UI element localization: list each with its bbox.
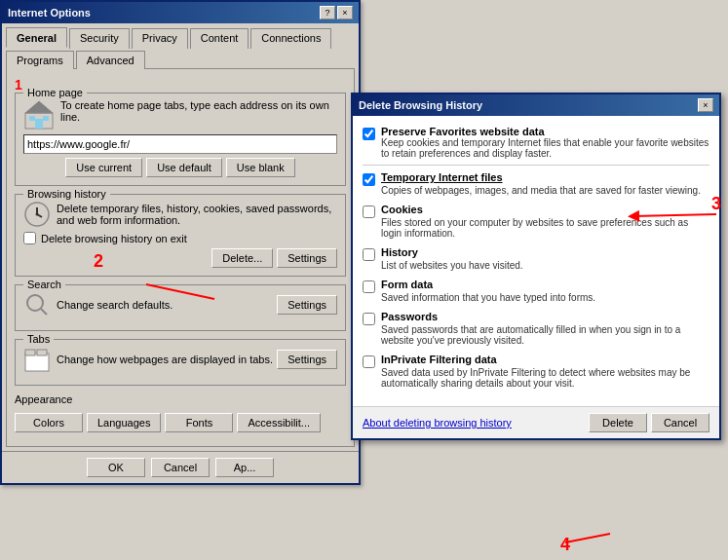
svg-line-10 (41, 309, 47, 315)
preserve-favorites-desc: Keep cookies and temporary Internet file… (381, 137, 709, 159)
dbh-title-text: Delete Browsing History (359, 99, 482, 111)
browsing-history-content: Delete temporary files, history, cookies… (23, 201, 337, 228)
ie-tab-content: 1 Home page To create home page tabs, ty… (6, 68, 355, 447)
svg-rect-2 (35, 119, 43, 129)
tabs-icon (23, 346, 51, 373)
fonts-button[interactable]: Fonts (165, 413, 233, 432)
tab-content[interactable]: Content (190, 28, 249, 49)
passwords-checkbox[interactable] (363, 313, 375, 325)
search-icon (23, 291, 51, 318)
ie-close-button[interactable]: × (337, 6, 353, 19)
temp-files-text: Temporary Internet files Copies of webpa… (381, 171, 701, 196)
use-current-button[interactable]: Use current (65, 158, 142, 177)
ie-tabs-container: General Security Privacy Content Connect… (2, 23, 359, 68)
tabs-section: Tabs Change how webpages are displayed i… (15, 339, 346, 386)
tab-privacy[interactable]: Privacy (132, 28, 188, 49)
svg-point-8 (36, 213, 39, 216)
ie-help-button[interactable]: ? (320, 6, 335, 19)
svg-rect-3 (29, 116, 35, 121)
history-title: History (381, 246, 523, 258)
use-default-button[interactable]: Use default (146, 158, 222, 177)
home-page-buttons: Use current Use default Use blank (23, 158, 337, 177)
internet-options-window: Internet Options ? × General Security Pr… (0, 0, 361, 485)
browsing-history-section: Browsing history Delete temporary files,… (15, 194, 346, 277)
appearance-buttons: Colors Languages Fonts Accessibilit... (15, 413, 346, 432)
use-blank-button[interactable]: Use blank (226, 158, 295, 177)
svg-rect-12 (25, 350, 35, 355)
temp-files-checkbox[interactable] (363, 173, 375, 186)
svg-marker-1 (25, 101, 53, 113)
browsing-history-description: Delete temporary files, history, cookies… (57, 203, 337, 226)
dbh-delete-button[interactable]: Delete (589, 413, 647, 432)
inprivate-title: InPrivate Filtering data (381, 354, 709, 365)
tab-advanced[interactable]: Advanced (76, 51, 145, 69)
passwords-desc: Saved passwords that are automatically f… (381, 324, 709, 346)
cookies-checkbox[interactable] (363, 205, 375, 218)
search-section: Search Change search defaults. Settings (15, 284, 346, 331)
house-icon (23, 99, 55, 131)
tab-general[interactable]: General (6, 27, 67, 48)
tabs-description: Change how webpages are displayed in tab… (57, 354, 277, 365)
dbh-title-bar: Delete Browsing History × (353, 94, 719, 116)
appearance-title: Appearance (15, 393, 72, 405)
home-page-section: Home page To create home page tabs, type… (15, 93, 346, 186)
form-data-title: Form data (381, 279, 595, 290)
settings-button-search[interactable]: Settings (277, 295, 337, 315)
tab-connections[interactable]: Connections (250, 28, 331, 49)
languages-button[interactable]: Languages (87, 413, 161, 432)
delete-button[interactable]: Delete... (211, 248, 273, 268)
dbh-close-button[interactable]: × (698, 98, 713, 112)
temp-files-title: Temporary Internet files (381, 171, 701, 183)
delete-on-exit-row: Delete browsing history on exit (23, 232, 337, 244)
form-data-item: Form data Saved information that you hav… (363, 279, 709, 303)
cancel-button[interactable]: Cancel (151, 458, 210, 477)
tab-programs[interactable]: Programs (6, 51, 74, 69)
temp-files-desc: Copies of webpages, images, and media th… (381, 185, 701, 196)
history-desc: List of websites you have visited. (381, 260, 523, 271)
section-number-1: 1 (15, 77, 22, 93)
search-title: Search (23, 279, 65, 290)
history-checkbox[interactable] (363, 248, 375, 261)
apply-button[interactable]: Ap... (215, 458, 274, 477)
tab-security[interactable]: Security (69, 28, 130, 49)
about-deleting-link[interactable]: About deleting browsing history (363, 417, 512, 429)
temp-files-item: Temporary Internet files Copies of webpa… (363, 171, 709, 196)
inprivate-item: InPrivate Filtering data Saved data used… (363, 354, 709, 389)
cookies-item: Cookies Files stored on your computer by… (363, 204, 709, 239)
cookies-text: Cookies Files stored on your computer by… (381, 204, 709, 239)
delete-on-exit-label: Delete browsing history on exit (41, 233, 187, 244)
ie-title-bar: Internet Options ? × (2, 2, 359, 23)
svg-point-9 (27, 295, 43, 311)
cookies-title: Cookies (381, 204, 709, 215)
home-page-url-input[interactable] (23, 134, 337, 154)
svg-rect-4 (43, 116, 49, 121)
dbh-cancel-button[interactable]: Cancel (651, 413, 709, 432)
preserve-favorites-checkbox[interactable] (363, 128, 375, 140)
history-text: History List of websites you have visite… (381, 246, 523, 271)
ie-title-buttons: ? × (320, 6, 353, 19)
passwords-text: Passwords Saved passwords that are autom… (381, 311, 709, 346)
dbh-footer: About deleting browsing history Delete C… (353, 406, 719, 438)
colors-button[interactable]: Colors (15, 413, 83, 432)
browsing-history-title: Browsing history (23, 188, 110, 200)
settings-button-history[interactable]: Settings (277, 248, 337, 268)
clock-icon (23, 201, 51, 228)
inprivate-checkbox[interactable] (363, 355, 375, 368)
svg-rect-13 (37, 350, 47, 355)
search-description: Change search defaults. (57, 299, 277, 311)
form-data-text: Form data Saved information that you hav… (381, 279, 595, 303)
home-page-title: Home page (23, 87, 87, 98)
preserve-favorites-item: Preserve Favorites website data Keep coo… (363, 126, 709, 166)
preserve-favorites-title: Preserve Favorites website data (381, 126, 709, 137)
tabs-content: Change how webpages are displayed in tab… (23, 346, 337, 373)
accessibility-button[interactable]: Accessibilit... (237, 413, 321, 432)
settings-button-tabs[interactable]: Settings (277, 350, 337, 369)
ie-title-text: Internet Options (8, 7, 91, 19)
browsing-history-buttons: Delete... Settings (23, 248, 337, 268)
ok-button[interactable]: OK (87, 458, 145, 477)
delete-on-exit-checkbox[interactable] (23, 232, 36, 244)
ie-bottom-buttons: OK Cancel Ap... (2, 451, 359, 483)
form-data-checkbox[interactable] (363, 280, 375, 293)
home-page-description: To create home page tabs, type each addr… (60, 99, 337, 123)
appearance-section: Appearance Colors Languages Fonts Access… (15, 393, 346, 432)
